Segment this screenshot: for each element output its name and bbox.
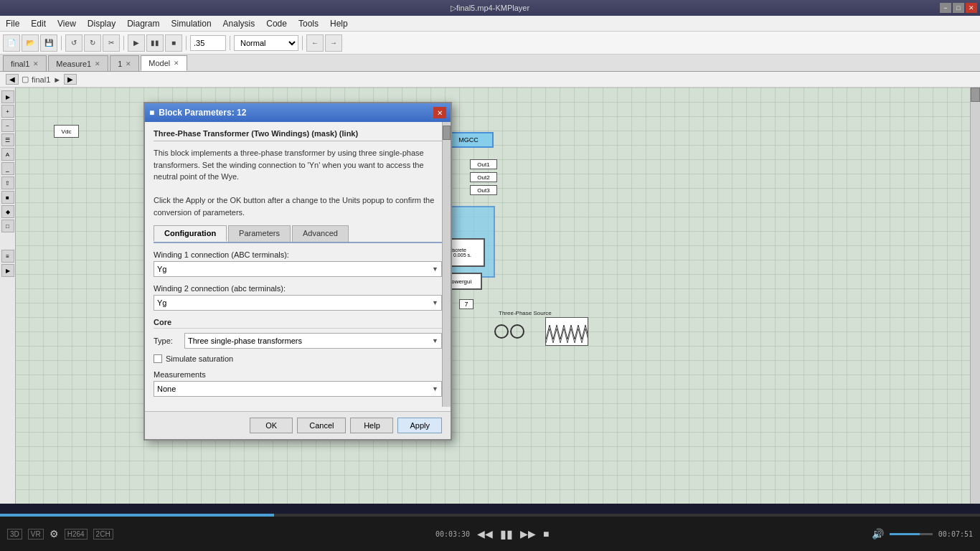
next-btn[interactable]: ▶▶ bbox=[520, 528, 536, 540]
toolbar-run[interactable]: ▶ bbox=[128, 34, 145, 52]
cancel-button[interactable]: Cancel bbox=[297, 418, 346, 433]
dialog-scrollbar[interactable] bbox=[442, 122, 451, 407]
sep5 bbox=[302, 36, 303, 50]
tab-1-close[interactable]: ✕ bbox=[126, 60, 131, 67]
toolbar-forward[interactable]: → bbox=[325, 34, 342, 52]
out3-block[interactable]: Out3 bbox=[470, 185, 497, 195]
tool-extra1[interactable]: ◆ bbox=[1, 205, 14, 218]
tool-extra4[interactable]: ▶ bbox=[1, 264, 14, 277]
dialog-scroll-thumb[interactable] bbox=[443, 126, 451, 140]
menu-display[interactable]: Display bbox=[82, 17, 121, 30]
right-scrollbar[interactable] bbox=[970, 88, 980, 504]
type-arrow: ▼ bbox=[432, 337, 438, 344]
stop-btn[interactable]: ■ bbox=[543, 528, 549, 540]
tab-parameters[interactable]: Parameters bbox=[228, 225, 291, 242]
tab-measure1-close[interactable]: ✕ bbox=[95, 60, 100, 67]
help-button[interactable]: Help bbox=[350, 418, 393, 433]
tool-line[interactable]: ⇧ bbox=[1, 176, 14, 189]
minimize-btn[interactable]: − bbox=[940, 3, 951, 13]
dialog-header: Three-Phase Transformer (Two Windings) (… bbox=[154, 129, 442, 141]
scroll-thumb[interactable] bbox=[971, 88, 980, 102]
block-parameters-dialog: ■ Block Parameters: 12 ✕ Three-Phase Tra… bbox=[143, 102, 452, 441]
menu-view[interactable]: View bbox=[52, 17, 82, 30]
toolbar-undo[interactable]: ↺ bbox=[65, 34, 83, 52]
tool-select[interactable]: ▶ bbox=[1, 90, 14, 103]
menu-file[interactable]: File bbox=[0, 17, 25, 30]
nav-forward-btn[interactable]: ▶ bbox=[64, 74, 77, 85]
winding2-dropdown[interactable]: Yg ▼ bbox=[154, 295, 442, 311]
menubar: File Edit View Display Diagram Simulatio… bbox=[0, 16, 980, 32]
sep1 bbox=[61, 36, 62, 50]
tool-pan[interactable]: ☰ bbox=[1, 133, 14, 146]
settings-btn[interactable]: ⚙ bbox=[50, 528, 59, 540]
winding1-group: Winding 1 connection (ABC terminals): Yg… bbox=[154, 250, 442, 277]
prev-btn[interactable]: ◀◀ bbox=[477, 528, 493, 540]
maximize-btn[interactable]: □ bbox=[953, 3, 964, 13]
measurements-dropdown[interactable]: None ▼ bbox=[154, 381, 442, 397]
dialog-close-button[interactable]: ✕ bbox=[433, 107, 446, 118]
player-right: 🔊 00:07:51 bbox=[872, 528, 973, 540]
ok-button[interactable]: OK bbox=[250, 418, 293, 433]
toolbar-back[interactable]: ← bbox=[306, 34, 324, 52]
type-row: Type: Three single-phase transformers ▼ bbox=[154, 333, 442, 349]
tool-text[interactable]: A bbox=[1, 148, 14, 161]
window-controls[interactable]: − □ ✕ bbox=[940, 3, 977, 13]
measurements-group: Measurements None ▼ bbox=[154, 370, 442, 397]
menu-tools[interactable]: Tools bbox=[293, 17, 324, 30]
nav-back-btn[interactable]: ◀ bbox=[6, 74, 19, 85]
toolbar-redo[interactable]: ↻ bbox=[84, 34, 101, 52]
tool-block[interactable]: ■ bbox=[1, 191, 14, 204]
block-7[interactable]: 7 bbox=[459, 299, 473, 309]
toolbar-save[interactable]: 💾 bbox=[40, 34, 57, 52]
tool-extra3[interactable]: ≡ bbox=[1, 250, 14, 263]
play-pause-btn[interactable]: ▮▮ bbox=[500, 527, 513, 541]
app-name: ▷ bbox=[451, 4, 456, 13]
winding2-value: Yg bbox=[157, 298, 166, 307]
tab-configuration[interactable]: Configuration bbox=[154, 225, 227, 242]
toolbar-open[interactable]: 📂 bbox=[22, 34, 39, 52]
toolbar-cut[interactable]: ✂ bbox=[103, 34, 120, 52]
out2-block[interactable]: Out2 bbox=[470, 172, 497, 182]
progress-bar-container[interactable] bbox=[0, 514, 980, 517]
tool-extra2[interactable]: □ bbox=[1, 220, 14, 232]
winding1-dropdown[interactable]: Yg ▼ bbox=[154, 261, 442, 277]
tab-advanced[interactable]: Advanced bbox=[292, 225, 349, 242]
tool-zoom-in[interactable]: + bbox=[1, 105, 14, 118]
out1-block[interactable]: Out1 bbox=[470, 159, 497, 169]
tabbar: final1 ✕ Measure1 ✕ 1 ✕ Model ✕ bbox=[0, 55, 980, 72]
tab-final1-close[interactable]: ✕ bbox=[33, 60, 39, 67]
menu-edit[interactable]: Edit bbox=[25, 17, 52, 30]
menu-diagram[interactable]: Diagram bbox=[121, 17, 165, 30]
type-value: Three single-phase transformers bbox=[188, 336, 302, 345]
toolbar-pause[interactable]: ▮▮ bbox=[146, 34, 164, 52]
menu-help[interactable]: Help bbox=[324, 17, 354, 30]
simulate-saturation-checkbox[interactable] bbox=[154, 354, 162, 363]
mode-select[interactable]: Normal bbox=[234, 35, 298, 51]
tab-model[interactable]: Model ✕ bbox=[141, 55, 187, 71]
tool-connect[interactable]: ⎯ bbox=[1, 162, 14, 175]
tab-model-label: Model bbox=[149, 59, 170, 67]
volume-btn[interactable]: 🔊 bbox=[872, 528, 884, 540]
zoom-input[interactable] bbox=[190, 35, 226, 51]
close-btn[interactable]: ✕ bbox=[966, 3, 977, 13]
tab-measure1[interactable]: Measure1 ✕ bbox=[48, 55, 108, 71]
volume-slider[interactable] bbox=[890, 533, 933, 535]
tab-final1[interactable]: final1 ✕ bbox=[3, 55, 47, 71]
tab-1[interactable]: 1 ✕ bbox=[110, 55, 139, 71]
tab-final1-label: final1 bbox=[11, 60, 29, 68]
tool-zoom-out[interactable]: − bbox=[1, 119, 14, 132]
titlebar: ▷ final5.mp4 - KMPlayer − □ ✕ bbox=[0, 0, 980, 16]
menu-analysis[interactable]: Analysis bbox=[217, 17, 261, 30]
winding1-arrow: ▼ bbox=[432, 265, 438, 273]
menu-code[interactable]: Code bbox=[260, 17, 293, 30]
dialog-titlebar[interactable]: ■ Block Parameters: 12 ✕ bbox=[145, 103, 451, 122]
toolbar-stop[interactable]: ■ bbox=[165, 34, 182, 52]
dialog-description: This block implements a three-phase tran… bbox=[154, 147, 442, 218]
type-dropdown[interactable]: Three single-phase transformers ▼ bbox=[184, 333, 442, 349]
toolbar-new[interactable]: 📄 bbox=[3, 34, 20, 52]
apply-button[interactable]: Apply bbox=[397, 418, 442, 433]
tab-model-close[interactable]: ✕ bbox=[174, 60, 179, 67]
vdc-block[interactable]: Vdc bbox=[54, 125, 79, 138]
menu-simulation[interactable]: Simulation bbox=[166, 17, 217, 30]
title-text: final5.mp4 bbox=[456, 4, 493, 12]
